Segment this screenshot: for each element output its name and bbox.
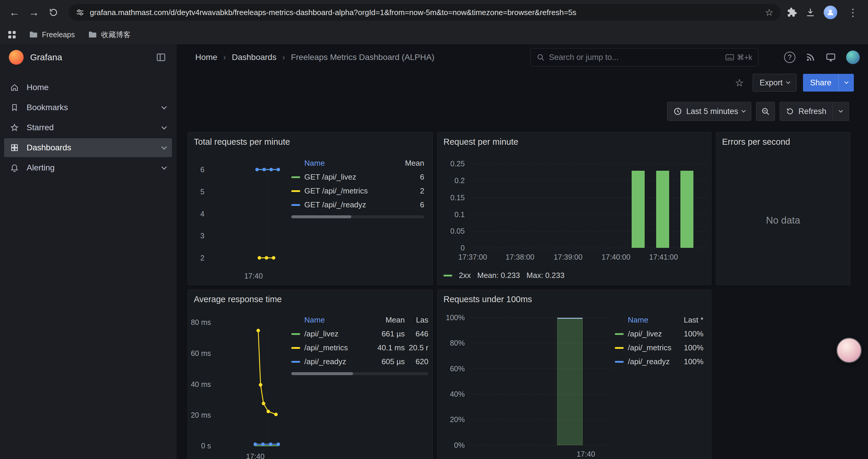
bar[interactable] (632, 171, 645, 248)
downloads-icon[interactable] (805, 7, 815, 18)
url-text[interactable]: grafana.mathmast.com/d/deytv4rwavabkb/fr… (90, 8, 760, 17)
panel-title[interactable]: Average response time (188, 290, 433, 309)
zoom-out-button[interactable] (756, 102, 775, 121)
panel-title[interactable]: Request per minute (438, 132, 711, 152)
legend-scrollbar[interactable] (291, 215, 424, 218)
sidebar-item-starred[interactable]: Starred (4, 118, 172, 137)
legend-row[interactable]: /api/_readyz 100% (615, 355, 704, 369)
bar[interactable] (656, 171, 669, 248)
series-mean: Mean: 0.233 (477, 271, 520, 280)
chevron-down-icon[interactable] (161, 124, 167, 129)
series-max: Max: 0.233 (526, 271, 565, 280)
forward-button[interactable]: → (25, 4, 42, 21)
sidebar-item-bookmarks[interactable]: Bookmarks (4, 98, 172, 117)
series-color-icon (291, 204, 300, 206)
legend-col-name[interactable]: Name (615, 316, 677, 325)
legend-col-last[interactable]: Las (405, 316, 428, 325)
grafana-logo[interactable] (9, 50, 24, 65)
refresh-dashboard-button[interactable]: Refresh (780, 102, 833, 121)
grafana-app: Grafana Home Bookmarks (0, 44, 868, 459)
series-color-icon (615, 333, 624, 335)
x-axis-label: 17:40 (244, 272, 263, 280)
page-header: Home › Dashboards › Freeleaps Metrics Da… (176, 44, 868, 70)
panel-title[interactable]: Errors per second (716, 132, 850, 152)
series-label[interactable]: 2xx (459, 271, 471, 280)
breadcrumb-dashboards[interactable]: Dashboards (232, 53, 277, 62)
legend: 2xx Mean: 0.233 Max: 0.233 (443, 271, 565, 280)
panel-title[interactable]: Total requests per minute (188, 132, 433, 152)
dock-menu-icon[interactable] (156, 52, 166, 62)
breadcrumb-home[interactable]: Home (195, 53, 217, 62)
browser-profile-avatar[interactable] (824, 6, 837, 19)
chevron-down-icon[interactable] (161, 104, 167, 109)
chevron-down-icon[interactable] (161, 164, 167, 169)
legend-col-name[interactable]: Name (291, 316, 372, 325)
sidebar-item-alerting[interactable]: Alerting (4, 158, 172, 177)
time-controls: Last 5 minutes Refresh (667, 102, 849, 121)
bar[interactable] (680, 171, 693, 248)
bookmark-folder-blogs[interactable]: 收藏博客 (88, 30, 131, 40)
legend-row[interactable]: /api/_metrics 40.1 ms 20.5 r (291, 341, 428, 355)
share-split-button: Share (803, 74, 854, 92)
legend-row[interactable]: /api/_readyz 605 µs 620 (291, 355, 428, 369)
chevron-down-icon[interactable] (161, 144, 167, 150)
series-color-icon (291, 176, 300, 178)
scrollbar-thumb[interactable] (291, 372, 353, 375)
favorite-star-icon[interactable]: ☆ (735, 77, 744, 89)
sidebar-item-home[interactable]: Home (4, 78, 172, 97)
share-menu-button[interactable] (838, 74, 854, 92)
export-button[interactable]: Export (753, 74, 797, 92)
refresh-icon (49, 7, 59, 18)
legend-row[interactable]: GET /api/_/metrics 2 (291, 184, 424, 198)
legend-col-name[interactable]: Name (291, 159, 401, 168)
news-rss-icon[interactable] (805, 52, 815, 62)
chevron-down-icon (844, 80, 848, 84)
legend-row[interactable]: GET /api/_/readyz 6 (291, 198, 424, 212)
refresh-interval-button[interactable] (833, 102, 849, 121)
sidebar-item-dashboards[interactable]: Dashboards (4, 138, 172, 157)
search-placeholder: Search or jump to... (549, 53, 721, 62)
user-avatar[interactable] (846, 51, 860, 64)
series-color-icon (443, 275, 452, 276)
sidebar-item-label: Alerting (27, 163, 55, 172)
sidebar-header: Grafana (0, 44, 176, 70)
bar[interactable] (557, 318, 583, 445)
series-color-icon (291, 190, 300, 192)
scrollbar-thumb[interactable] (291, 215, 351, 218)
home-icon (10, 83, 19, 92)
back-button[interactable]: ← (6, 4, 23, 21)
legend-col-mean[interactable]: Mean (372, 316, 405, 325)
extensions-icon[interactable] (787, 7, 797, 18)
monitor-icon[interactable] (826, 52, 836, 62)
site-settings-icon[interactable] (75, 8, 85, 17)
assistant-avatar[interactable] (836, 338, 862, 363)
browser-actions: ⋮ (787, 6, 862, 19)
legend-row[interactable]: GET /api/_livez 6 (291, 170, 424, 184)
address-bar[interactable]: grafana.mathmast.com/d/deytv4rwavabkb/fr… (68, 4, 780, 21)
star-icon (10, 123, 19, 132)
legend-row[interactable]: /api/_metrics 100% (615, 341, 704, 355)
sidebar-item-label: Bookmarks (27, 103, 68, 112)
panel-title[interactable]: Requests under 100ms (438, 290, 711, 309)
refresh-button[interactable] (45, 4, 62, 21)
folder-icon (88, 31, 97, 38)
legend-scrollbar[interactable] (291, 372, 428, 375)
legend-row[interactable]: /api/_livez 100% (615, 327, 704, 341)
series-color-icon (291, 333, 300, 335)
bar-chart: 17:40 (471, 316, 613, 455)
bookmark-label: 收藏博客 (101, 30, 131, 40)
search-input[interactable]: Search or jump to... ⌘+k (530, 48, 758, 66)
bookmark-folder-freeleaps[interactable]: Freeleaps (29, 30, 75, 39)
time-range-picker[interactable]: Last 5 minutes (667, 102, 752, 121)
bookmark-star-icon[interactable]: ☆ (765, 7, 773, 18)
legend-row[interactable]: /api/_livez 661 µs 646 (291, 327, 428, 341)
clock-icon (673, 107, 682, 116)
browser-menu-icon[interactable]: ⋮ (845, 6, 860, 18)
series-color-icon (291, 361, 300, 363)
help-icon[interactable]: ? (784, 52, 795, 63)
apps-grid-icon[interactable] (8, 31, 16, 38)
breadcrumb-current: Freeleaps Metrics Dashboard (ALPHA) (291, 53, 435, 62)
share-button[interactable]: Share (803, 74, 838, 92)
legend-col-mean[interactable]: Mean (401, 159, 424, 168)
legend-col-last[interactable]: Last * (677, 316, 704, 325)
